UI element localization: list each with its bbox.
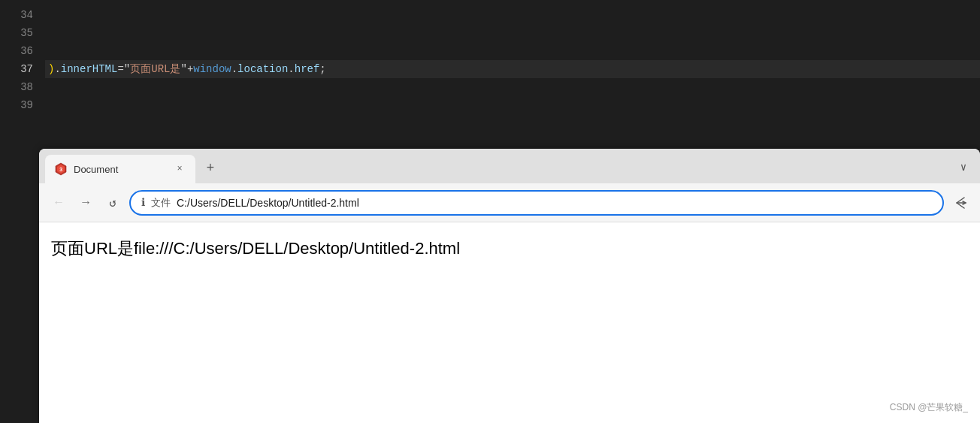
forward-button[interactable]: →	[75, 192, 96, 213]
code-dot: .	[54, 60, 60, 78]
watermark: CSDN @芒果软糖_	[890, 401, 968, 414]
code-lines: ).innerHTML="页面URL是"+window.location.hre…	[45, 0, 980, 165]
code-semi: ;	[319, 60, 325, 78]
line-number: 35	[0, 24, 33, 42]
tab-bar: 3 Document × + ∨	[39, 149, 980, 183]
url-text: C:/Users/DELL/Desktop/Untitled-2.html	[177, 197, 932, 209]
code-plus: +	[187, 60, 193, 78]
page-content-area: 页面URL是file:///C:/Users/DELL/Desktop/Unti…	[39, 222, 980, 423]
code-line-39	[45, 96, 980, 114]
file-protocol-label: 文件	[151, 196, 171, 210]
info-icon: ℹ	[141, 196, 145, 209]
code-equals: ="	[117, 60, 130, 78]
line-number: 39	[0, 96, 33, 114]
line-number: 36	[0, 42, 33, 60]
back-button[interactable]: ←	[48, 192, 69, 213]
page-content: 页面URL是file:///C:/Users/DELL/Desktop/Unti…	[39, 222, 980, 275]
line-number: 38	[0, 78, 33, 96]
code-line-35	[45, 24, 980, 42]
browser-window: 3 Document × + ∨ ← → ↺ ℹ 文件 C:/Users/DEL…	[39, 149, 980, 423]
code-string-chinese: 页面URL是	[130, 60, 180, 78]
code-line-38	[45, 78, 980, 96]
code-href: href	[295, 60, 320, 78]
tab-title: Document	[74, 164, 167, 175]
tab-right-controls: ∨	[953, 156, 974, 177]
code-property: innerHTML	[61, 60, 118, 78]
tab-favicon: 3	[54, 162, 68, 176]
line-number: 34	[0, 6, 33, 24]
code-editor: 34 35 36 37 38 39 ).innerHTML="页面URL是"+w…	[0, 0, 980, 165]
tab-close-button[interactable]: ×	[173, 162, 186, 176]
code-line-34	[45, 6, 980, 24]
chevron-down-button[interactable]: ∨	[953, 156, 974, 177]
page-url-display: 页面URL是file:///C:/Users/DELL/Desktop/Unti…	[51, 239, 460, 258]
new-tab-button[interactable]: +	[198, 156, 222, 180]
active-tab[interactable]: 3 Document ×	[45, 155, 195, 183]
code-location: location	[237, 60, 288, 78]
code-dot2: .	[231, 60, 237, 78]
code-window: window	[193, 60, 231, 78]
line-number: 37	[0, 60, 33, 78]
svg-text:3: 3	[59, 167, 62, 173]
share-button[interactable]	[950, 192, 971, 213]
line-numbers: 34 35 36 37 38 39	[0, 0, 45, 165]
code-string-end: "	[180, 60, 186, 78]
code-line-36	[45, 42, 980, 60]
reload-button[interactable]: ↺	[102, 192, 123, 213]
address-bar-row: ← → ↺ ℹ 文件 C:/Users/DELL/Desktop/Untitle…	[39, 183, 980, 222]
code-paren: )	[48, 60, 54, 78]
code-dot3: .	[288, 60, 294, 78]
address-bar[interactable]: ℹ 文件 C:/Users/DELL/Desktop/Untitled-2.ht…	[129, 190, 944, 216]
code-line-37: ).innerHTML="页面URL是"+window.location.hre…	[45, 60, 980, 78]
